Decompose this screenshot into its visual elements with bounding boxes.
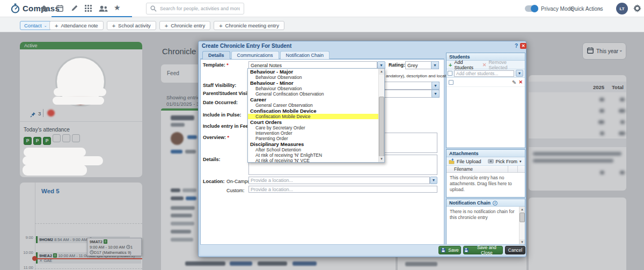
redacted-text-blob xyxy=(53,97,104,105)
star-icon[interactable]: ★ xyxy=(114,3,121,12)
template-option[interactable]: Behaviour Observation xyxy=(248,86,384,91)
overview-label: Overview: * xyxy=(203,135,229,140)
scroll-down-icon[interactable]: ▼ xyxy=(379,156,384,162)
template-option[interactable]: Intervention Order xyxy=(248,130,384,136)
scrollbar[interactable]: ▲ ▼ xyxy=(519,207,525,245)
scroll-up-icon[interactable]: ▲ xyxy=(379,69,384,75)
dropdown-scrollbar[interactable]: ▲ ▼ xyxy=(378,69,384,162)
action-school-activity-button[interactable]: +School activity xyxy=(107,21,156,30)
modal-tab-communications[interactable]: Communications xyxy=(231,51,279,59)
template-option-group: Disciplinary Measures xyxy=(248,141,384,147)
form-hint-fragment: andatory), description and location. xyxy=(386,74,453,78)
scroll-thumb[interactable] xyxy=(519,213,525,222)
redacted-text-blob xyxy=(24,148,86,157)
file-upload-button[interactable]: File Upload xyxy=(457,159,481,164)
filename-column-header[interactable]: Filename xyxy=(447,166,508,172)
include-pulse-label: Include in Pulse: xyxy=(203,112,241,118)
checkbox[interactable] xyxy=(449,80,453,85)
settings-gear-icon[interactable] xyxy=(633,4,641,14)
action-attendance-note-button[interactable]: +Attendance note xyxy=(49,21,104,30)
remove-student-icon[interactable]: ✕ xyxy=(518,79,523,85)
modal-tab-notification-chain[interactable]: Notification Chain xyxy=(280,51,330,59)
template-option-group: Court Orders xyxy=(248,119,384,125)
template-option-group: Career xyxy=(248,97,384,103)
save-floppy-icon xyxy=(441,247,446,253)
toggle-knob xyxy=(531,5,538,12)
apps-grid-icon[interactable] xyxy=(85,4,92,14)
other-students-trigger[interactable]: ▼ xyxy=(516,70,523,77)
template-option[interactable]: Parenting Order xyxy=(248,136,384,141)
action-toolbar: Contact ⌄ +Attendance note+School activi… xyxy=(0,17,644,32)
pick-from-icon xyxy=(488,159,494,164)
people-icon[interactable] xyxy=(99,5,108,14)
action-button-label: Chronicle entry xyxy=(171,23,205,28)
file-upload-icon xyxy=(449,158,455,164)
template-option[interactable]: General Career Observation xyxy=(248,103,384,108)
location-label: Location: xyxy=(203,179,225,184)
edit-pencil-icon[interactable]: ✎ xyxy=(512,79,516,85)
scroll-thumb[interactable] xyxy=(379,97,384,157)
template-option[interactable]: After School Detention xyxy=(248,147,384,152)
user-avatar[interactable]: LT xyxy=(616,3,628,14)
redacted-badge xyxy=(47,110,55,116)
contact-label: Contact xyxy=(24,23,42,28)
notification-panel-header: Notification Chain i xyxy=(447,199,525,207)
template-option[interactable]: General Confiscation Observation xyxy=(248,91,384,97)
save-and-close-button[interactable]: Save and Close xyxy=(463,246,503,254)
modal-footer: Save Save and Close Cancel xyxy=(200,244,525,255)
scroll-up-icon[interactable]: ▲ xyxy=(519,207,525,213)
attachments-empty-text: This chronicle entry has no attachments.… xyxy=(447,173,525,196)
parent-visibility-trigger[interactable]: ▼ xyxy=(431,90,440,98)
template-option[interactable]: At risk of receiving 'N' VCE xyxy=(248,158,384,163)
add-students-button[interactable]: Add Students xyxy=(454,60,480,70)
modal-title: Create Chronicle Entry For Student xyxy=(202,43,291,49)
rating-label: Rating:* xyxy=(389,62,407,68)
pick-from-button[interactable]: Pick From xyxy=(496,159,518,164)
remove-selected-button[interactable]: Remove Selected xyxy=(488,60,523,70)
template-option-group: Behaviour - Major xyxy=(248,69,384,75)
home-icon[interactable] xyxy=(40,4,48,15)
custom-location-input[interactable] xyxy=(248,186,437,193)
action-chronicle-meeting-entry-button[interactable]: +Chronicle meeting entry xyxy=(214,21,284,30)
template-option[interactable]: Care by Secretary Order xyxy=(248,125,384,130)
checkbox[interactable] xyxy=(448,71,452,76)
rating-dropdown-trigger[interactable]: ▼ xyxy=(431,61,439,69)
calendar-icon[interactable] xyxy=(56,4,64,14)
action-button-label: Chronicle meeting entry xyxy=(225,23,279,28)
modal-tab-strip: DetailsCommunicationsNotification Chain xyxy=(200,51,444,59)
template-label: Template: * xyxy=(203,62,229,68)
on-campus-dropdown-trigger[interactable]: ▼ xyxy=(430,177,437,184)
staff-visibility-trigger[interactable]: ▼ xyxy=(431,82,440,90)
template-option[interactable]: At risk of receiving 'N' EnlighTEN xyxy=(248,152,384,158)
action-chronicle-entry-button[interactable]: +Chronicle entry xyxy=(159,21,210,30)
template-option[interactable]: Confiscation Mobile Device xyxy=(248,114,384,119)
compass-app: Compass ★ Privacy Mode Quick Actions ⌄ L… xyxy=(0,0,644,270)
compass-logo-icon[interactable] xyxy=(10,3,20,13)
students-toolbar: + Add Students ✕ Remove Selected xyxy=(447,61,525,69)
custom-location-label: Custom: xyxy=(226,188,245,193)
cancel-button[interactable]: Cancel xyxy=(505,246,525,254)
search-input[interactable] xyxy=(160,6,240,11)
action-button-label: School activity xyxy=(118,23,151,28)
modal-tab-details[interactable]: Details xyxy=(202,51,230,59)
global-search[interactable] xyxy=(146,3,244,14)
template-option[interactable]: Behaviour Observation xyxy=(248,75,384,80)
privacy-mode-toggle[interactable] xyxy=(525,5,538,12)
on-campus-location-input[interactable] xyxy=(248,177,430,184)
plus-icon: + xyxy=(219,23,222,29)
plus-icon: + xyxy=(449,62,452,68)
save-floppy-icon xyxy=(464,247,469,253)
template-option-group: Confiscation Mobile Device xyxy=(248,108,384,114)
contact-dropdown-button[interactable]: Contact ⌄ xyxy=(20,21,52,30)
add-other-students-input[interactable] xyxy=(454,70,514,77)
template-option-group: Behaviour - Minor xyxy=(248,80,384,86)
help-icon[interactable]: ? xyxy=(515,43,518,49)
chevron-down-icon[interactable]: ⌄ xyxy=(598,6,602,11)
notification-empty-text: There is no notification chain for this … xyxy=(447,207,525,221)
info-icon[interactable]: i xyxy=(493,201,497,206)
close-icon[interactable]: ✕ xyxy=(520,43,526,49)
save-button[interactable]: Save xyxy=(438,246,461,254)
student-row[interactable]: ✎ ✕ xyxy=(447,78,525,87)
add-other-students-row: ▼ xyxy=(447,69,525,78)
edit-pencil-icon[interactable] xyxy=(71,4,78,14)
